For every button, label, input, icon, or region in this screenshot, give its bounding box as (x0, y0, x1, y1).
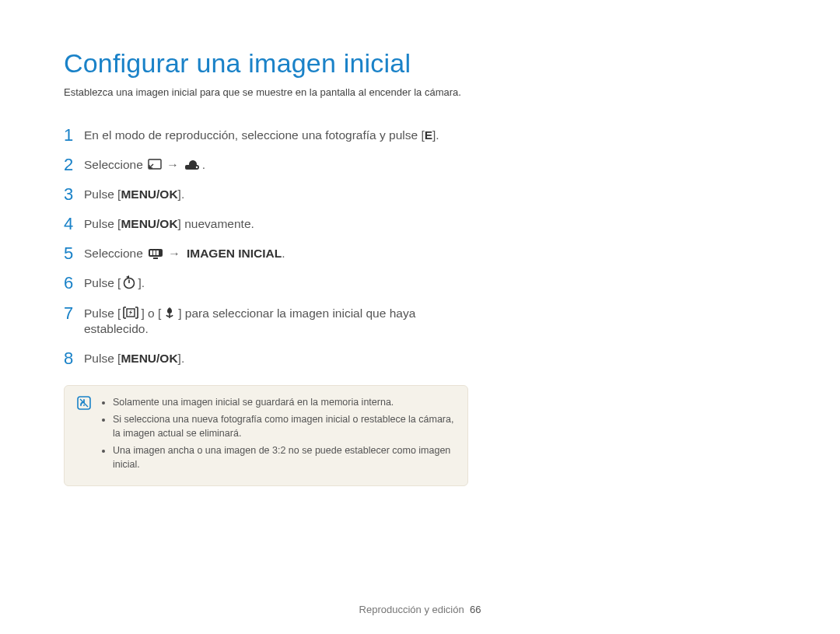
document-page: Configurar una imagen inicial Establezca… (0, 0, 840, 634)
note-item: Solamente una imagen inicial se guardará… (113, 395, 457, 409)
step-body: Pulse [MENU/OK] nuevamente. (84, 215, 468, 233)
step-item: 6Pulse []. (64, 274, 468, 292)
step-body: Seleccione →. (84, 156, 468, 173)
step-number: 8 (64, 349, 84, 367)
note-list: Solamente una imagen inicial se guardará… (102, 395, 457, 475)
macro-icon (163, 306, 177, 320)
timer-icon (122, 275, 136, 289)
step-number: 2 (64, 156, 84, 173)
step-item: 7Pulse [] o [] para seleccionar la image… (64, 304, 468, 338)
step-item: 1En el modo de reproducción, seleccione … (64, 126, 468, 144)
bold-text: MENU/OK (121, 352, 177, 365)
svg-rect-7 (156, 250, 159, 255)
page-title: Configurar una imagen inicial (64, 48, 778, 79)
note-icon (77, 396, 91, 410)
step-number: 3 (64, 185, 84, 203)
svg-rect-8 (153, 257, 158, 259)
note-item: Si selecciona una nueva fotografía como … (113, 412, 457, 440)
page-footer: Reproducción y edición 66 (0, 604, 840, 615)
step-number: 5 (64, 244, 84, 262)
step-item: 2Seleccione →. (64, 156, 468, 173)
arrow-icon: → (168, 247, 180, 260)
step-number: 7 (64, 304, 84, 322)
resize-icon (148, 159, 162, 171)
bold-text: E (425, 128, 432, 142)
step-body: En el modo de reproducción, seleccione u… (84, 126, 468, 144)
svg-rect-6 (153, 250, 156, 255)
bold-text: IMAGEN INICIAL (184, 247, 282, 260)
step-body: Pulse [] o [] para seleccionar la imagen… (84, 304, 468, 338)
step-item: 4Pulse [MENU/OK] nuevamente. (64, 215, 468, 233)
note-icon (75, 396, 93, 411)
step-body: Pulse [MENU/OK]. (84, 349, 468, 367)
steps-list: 1En el modo de reproducción, seleccione … (64, 126, 468, 368)
step-body: Pulse []. (84, 274, 468, 292)
step-number: 4 (64, 215, 84, 233)
footer-section: Reproducción y edición (359, 604, 464, 615)
arrow-icon: → (166, 158, 179, 171)
footer-page-number: 66 (470, 604, 481, 615)
step-number: 6 (64, 274, 84, 292)
svg-rect-5 (150, 250, 152, 255)
note-box: Solamente una imagen inicial se guardará… (64, 385, 468, 487)
step-body: Pulse [MENU/OK]. (84, 185, 468, 203)
step-item: 5Seleccione → IMAGEN INICIAL. (64, 244, 468, 262)
note-item: Una imagen ancha o una imagen de 3:2 no … (113, 443, 457, 471)
step-body: Seleccione → IMAGEN INICIAL. (84, 244, 468, 262)
flash-icon (122, 306, 139, 320)
bold-text: MENU/OK (121, 187, 177, 201)
startimage-icon (184, 157, 201, 171)
step-number: 1 (64, 126, 84, 144)
step-item: 3Pulse [MENU/OK]. (64, 185, 468, 203)
display-icon (148, 247, 163, 260)
step-item: 8Pulse [MENU/OK]. (64, 349, 468, 367)
bold-text: MENU/OK (121, 217, 177, 230)
svg-point-3 (195, 166, 197, 168)
intro-text: Establezca una imagen inicial para que s… (64, 86, 778, 98)
